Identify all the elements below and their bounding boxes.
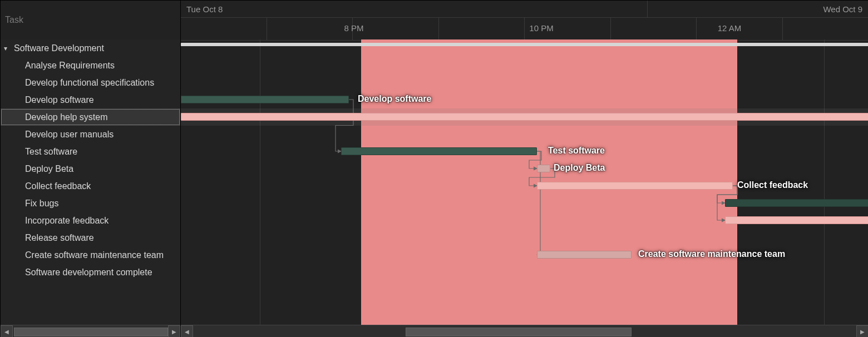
task-bar[interactable] <box>725 199 868 207</box>
hour-cell <box>439 18 525 40</box>
gantt-track <box>181 160 868 177</box>
task-row[interactable]: Develop functional specifications <box>1 74 180 91</box>
scroll-thumb[interactable] <box>14 328 168 336</box>
task-name: Develop help system <box>25 112 108 122</box>
timeline-panel: Tue Oct 8Wed Oct 9 8 PM10 PM12 AM Develo… <box>181 1 868 337</box>
hour-header: 8 PM10 PM12 AM <box>181 18 868 41</box>
task-bar[interactable] <box>537 165 550 172</box>
summary-bar[interactable] <box>181 43 868 46</box>
task-row-parent[interactable]: ▾Software Development <box>1 39 180 57</box>
scroll-track[interactable] <box>14 328 167 335</box>
gantt-chart[interactable]: Develop softwareTest softwareDeploy Beta… <box>181 39 868 325</box>
task-name: Test software <box>25 147 77 157</box>
gantt-track <box>181 39 868 57</box>
task-name: Create software maintenance team <box>25 250 164 260</box>
date-header: Tue Oct 8Wed Oct 9 <box>181 1 868 18</box>
task-name: Collect feedback <box>25 181 91 191</box>
date-cell: Wed Oct 9 <box>648 1 868 17</box>
gantt-track <box>181 246 868 264</box>
hour-cell <box>611 18 697 40</box>
task-row[interactable]: Fix bugs <box>1 195 180 212</box>
task-bar[interactable] <box>725 216 868 224</box>
hour-label: 8 PM <box>337 23 371 33</box>
task-bar[interactable] <box>181 113 868 121</box>
timeline-scrollbar[interactable]: ◀ ▶ <box>181 325 868 337</box>
task-bar[interactable] <box>537 182 733 190</box>
task-column-label: Task <box>5 15 23 25</box>
gantt-track <box>181 126 868 143</box>
task-name: Develop user manuals <box>25 130 114 140</box>
task-panel: Task ▾Software DevelopmentAnalyse Requir… <box>1 1 181 337</box>
task-row[interactable]: Collect feedback <box>1 177 180 195</box>
task-row[interactable]: Incorporate feedback <box>1 212 180 229</box>
task-name: Release software <box>25 233 94 243</box>
task-bar[interactable] <box>537 251 632 259</box>
hour-cell <box>783 18 869 40</box>
gantt-app: Task ▾Software DevelopmentAnalyse Requir… <box>0 0 868 337</box>
left-scrollbar[interactable]: ◀ ▶ <box>1 325 180 337</box>
date-label: Tue Oct 8 <box>186 4 223 14</box>
task-row[interactable]: Develop help system <box>1 108 180 126</box>
gantt-track <box>181 177 868 195</box>
task-row[interactable]: Test software <box>1 143 180 160</box>
scroll-thumb[interactable] <box>406 328 632 336</box>
task-tree[interactable]: ▾Software DevelopmentAnalyse Requirement… <box>1 39 180 325</box>
scroll-left-button[interactable]: ◀ <box>1 325 13 337</box>
task-name: Fix bugs <box>25 199 58 209</box>
date-cell: Tue Oct 8 <box>181 1 648 17</box>
task-row[interactable]: Develop software <box>1 91 180 108</box>
gantt-track <box>181 229 868 246</box>
gantt-track <box>181 264 868 281</box>
scroll-left-button[interactable]: ◀ <box>181 325 193 337</box>
task-bar[interactable] <box>181 96 349 103</box>
task-row[interactable]: Deploy Beta <box>1 160 180 177</box>
chevron-down-icon[interactable]: ▾ <box>4 44 12 52</box>
task-column-header[interactable]: Task <box>1 1 180 40</box>
task-row[interactable]: Create software maintenance team <box>1 246 180 264</box>
hour-label: 12 AM <box>713 23 746 33</box>
task-name: Develop software <box>25 95 94 105</box>
task-row[interactable]: Release software <box>1 229 180 246</box>
gantt-track <box>181 74 868 91</box>
scroll-right-button[interactable]: ▶ <box>168 325 180 337</box>
task-bar[interactable] <box>341 147 537 155</box>
task-name: Software development complete <box>25 267 152 277</box>
task-name: Deploy Beta <box>25 164 73 174</box>
task-name: Develop functional specifications <box>25 78 154 88</box>
task-row[interactable]: Analyse Requirements <box>1 57 180 74</box>
gantt-track <box>181 57 868 74</box>
scroll-track[interactable] <box>194 328 855 335</box>
hour-cell <box>181 18 267 40</box>
task-row[interactable]: Develop user manuals <box>1 126 180 143</box>
hour-label: 10 PM <box>525 23 558 33</box>
scroll-right-button[interactable]: ▶ <box>856 325 868 337</box>
task-row[interactable]: Software development complete <box>1 264 180 281</box>
task-name: Analyse Requirements <box>25 61 115 71</box>
task-name: Incorporate feedback <box>25 216 108 226</box>
task-name: Software Development <box>14 43 104 53</box>
date-label: Wed Oct 9 <box>823 4 862 14</box>
